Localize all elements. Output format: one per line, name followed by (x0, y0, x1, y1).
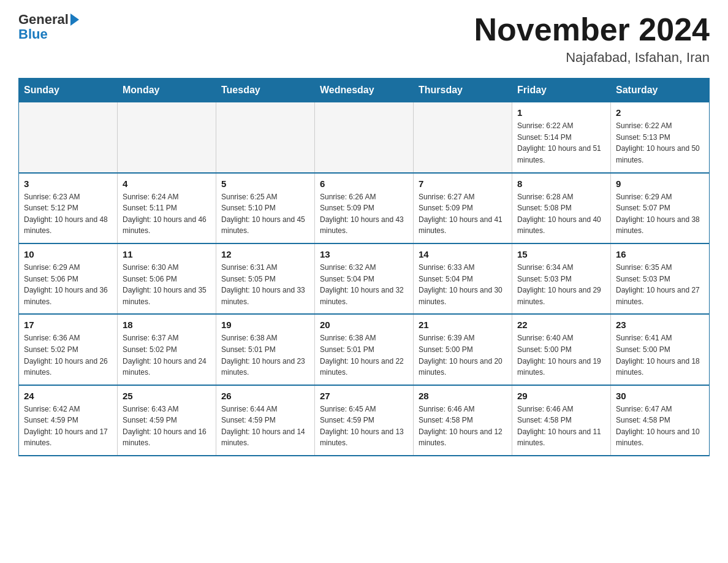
calendar-table: SundayMondayTuesdayWednesdayThursdayFrid… (18, 78, 710, 456)
calendar-week-row: 17Sunrise: 6:36 AMSunset: 5:02 PMDayligh… (19, 314, 710, 385)
day-number: 30 (616, 391, 704, 401)
day-info: Sunrise: 6:29 AMSunset: 5:07 PMDaylight:… (616, 191, 704, 237)
day-info: Sunrise: 6:46 AMSunset: 4:58 PMDaylight:… (419, 404, 507, 449)
day-number: 11 (123, 249, 211, 259)
day-info: Sunrise: 6:27 AMSunset: 5:09 PMDaylight:… (419, 191, 507, 237)
day-number: 5 (221, 178, 309, 189)
col-header-saturday: Saturday (611, 79, 710, 102)
day-number: 28 (419, 391, 507, 401)
day-number: 20 (320, 320, 408, 330)
day-number: 14 (419, 249, 507, 259)
header-right: November 2024 Najafabad, Isfahan, Iran (474, 12, 710, 66)
col-header-friday: Friday (512, 79, 611, 102)
calendar-cell: 15Sunrise: 6:34 AMSunset: 5:03 PMDayligh… (512, 243, 611, 314)
calendar-cell: 6Sunrise: 6:26 AMSunset: 5:09 PMDaylight… (315, 173, 414, 243)
day-number: 1 (517, 107, 605, 118)
calendar-week-row: 1Sunrise: 6:22 AMSunset: 5:14 PMDaylight… (19, 102, 710, 173)
calendar-cell: 12Sunrise: 6:31 AMSunset: 5:05 PMDayligh… (216, 243, 315, 314)
day-info: Sunrise: 6:23 AMSunset: 5:12 PMDaylight:… (24, 191, 112, 237)
day-info: Sunrise: 6:40 AMSunset: 5:00 PMDaylight:… (517, 332, 605, 378)
day-number: 19 (221, 320, 309, 330)
day-number: 10 (24, 249, 112, 259)
calendar-cell: 9Sunrise: 6:29 AMSunset: 5:07 PMDaylight… (611, 173, 710, 243)
calendar-cell: 30Sunrise: 6:47 AMSunset: 4:58 PMDayligh… (611, 385, 710, 456)
col-header-sunday: Sunday (19, 79, 118, 102)
day-number: 27 (320, 391, 408, 401)
calendar-cell (19, 102, 118, 173)
day-info: Sunrise: 6:30 AMSunset: 5:06 PMDaylight:… (123, 262, 211, 307)
day-number: 4 (123, 178, 211, 189)
calendar-week-row: 10Sunrise: 6:29 AMSunset: 5:06 PMDayligh… (19, 243, 710, 314)
calendar-cell: 14Sunrise: 6:33 AMSunset: 5:04 PMDayligh… (414, 243, 512, 314)
logo: General Blue (18, 12, 79, 42)
calendar-cell: 28Sunrise: 6:46 AMSunset: 4:58 PMDayligh… (414, 385, 512, 456)
day-number: 15 (517, 249, 605, 259)
day-number: 2 (616, 107, 704, 118)
day-info: Sunrise: 6:42 AMSunset: 4:59 PMDaylight:… (24, 404, 112, 449)
calendar-cell: 20Sunrise: 6:38 AMSunset: 5:01 PMDayligh… (315, 314, 414, 385)
day-info: Sunrise: 6:24 AMSunset: 5:11 PMDaylight:… (123, 191, 211, 237)
day-info: Sunrise: 6:26 AMSunset: 5:09 PMDaylight:… (320, 191, 408, 237)
calendar-week-row: 3Sunrise: 6:23 AMSunset: 5:12 PMDaylight… (19, 173, 710, 243)
calendar-cell: 3Sunrise: 6:23 AMSunset: 5:12 PMDaylight… (19, 173, 118, 243)
day-info: Sunrise: 6:38 AMSunset: 5:01 PMDaylight:… (320, 332, 408, 378)
day-info: Sunrise: 6:44 AMSunset: 4:59 PMDaylight:… (221, 404, 309, 449)
logo-blue: Blue (18, 26, 48, 42)
day-info: Sunrise: 6:37 AMSunset: 5:02 PMDaylight:… (123, 332, 211, 378)
logo-triangle-icon (70, 13, 79, 26)
calendar-cell (315, 102, 414, 173)
calendar-cell (216, 102, 315, 173)
calendar-cell: 24Sunrise: 6:42 AMSunset: 4:59 PMDayligh… (19, 385, 118, 456)
calendar-cell: 29Sunrise: 6:46 AMSunset: 4:58 PMDayligh… (512, 385, 611, 456)
day-info: Sunrise: 6:47 AMSunset: 4:58 PMDaylight:… (616, 404, 704, 449)
calendar-cell (414, 102, 512, 173)
day-info: Sunrise: 6:45 AMSunset: 4:59 PMDaylight:… (320, 404, 408, 449)
day-number: 21 (419, 320, 507, 330)
day-number: 9 (616, 178, 704, 189)
day-number: 17 (24, 320, 112, 330)
day-number: 26 (221, 391, 309, 401)
calendar-cell: 22Sunrise: 6:40 AMSunset: 5:00 PMDayligh… (512, 314, 611, 385)
calendar-cell: 23Sunrise: 6:41 AMSunset: 5:00 PMDayligh… (611, 314, 710, 385)
day-number: 22 (517, 320, 605, 330)
day-info: Sunrise: 6:41 AMSunset: 5:00 PMDaylight:… (616, 332, 704, 378)
calendar-cell: 10Sunrise: 6:29 AMSunset: 5:06 PMDayligh… (19, 243, 118, 314)
day-info: Sunrise: 6:28 AMSunset: 5:08 PMDaylight:… (517, 191, 605, 237)
day-info: Sunrise: 6:46 AMSunset: 4:58 PMDaylight:… (517, 404, 605, 449)
calendar-cell: 26Sunrise: 6:44 AMSunset: 4:59 PMDayligh… (216, 385, 315, 456)
calendar-cell (118, 102, 216, 173)
day-info: Sunrise: 6:22 AMSunset: 5:13 PMDaylight:… (616, 120, 704, 166)
day-info: Sunrise: 6:22 AMSunset: 5:14 PMDaylight:… (517, 120, 605, 166)
day-info: Sunrise: 6:31 AMSunset: 5:05 PMDaylight:… (221, 262, 309, 307)
day-info: Sunrise: 6:43 AMSunset: 4:59 PMDaylight:… (123, 404, 211, 449)
calendar-cell: 4Sunrise: 6:24 AMSunset: 5:11 PMDaylight… (118, 173, 216, 243)
col-header-wednesday: Wednesday (315, 79, 414, 102)
calendar-cell: 25Sunrise: 6:43 AMSunset: 4:59 PMDayligh… (118, 385, 216, 456)
calendar-cell: 11Sunrise: 6:30 AMSunset: 5:06 PMDayligh… (118, 243, 216, 314)
day-info: Sunrise: 6:25 AMSunset: 5:10 PMDaylight:… (221, 191, 309, 237)
col-header-tuesday: Tuesday (216, 79, 315, 102)
calendar-cell: 21Sunrise: 6:39 AMSunset: 5:00 PMDayligh… (414, 314, 512, 385)
day-number: 25 (123, 391, 211, 401)
day-number: 8 (517, 178, 605, 189)
month-year-title: November 2024 (474, 12, 710, 47)
calendar-header-row: SundayMondayTuesdayWednesdayThursdayFrid… (19, 79, 710, 102)
day-number: 3 (24, 178, 112, 189)
day-number: 12 (221, 249, 309, 259)
day-number: 24 (24, 391, 112, 401)
day-number: 13 (320, 249, 408, 259)
col-header-monday: Monday (118, 79, 216, 102)
day-info: Sunrise: 6:38 AMSunset: 5:01 PMDaylight:… (221, 332, 309, 378)
day-info: Sunrise: 6:39 AMSunset: 5:00 PMDaylight:… (419, 332, 507, 378)
calendar-week-row: 24Sunrise: 6:42 AMSunset: 4:59 PMDayligh… (19, 385, 710, 456)
day-number: 29 (517, 391, 605, 401)
calendar-cell: 7Sunrise: 6:27 AMSunset: 5:09 PMDaylight… (414, 173, 512, 243)
day-number: 6 (320, 178, 408, 189)
calendar-cell: 1Sunrise: 6:22 AMSunset: 5:14 PMDaylight… (512, 102, 611, 173)
calendar-cell: 18Sunrise: 6:37 AMSunset: 5:02 PMDayligh… (118, 314, 216, 385)
col-header-thursday: Thursday (414, 79, 512, 102)
day-number: 16 (616, 249, 704, 259)
calendar-cell: 2Sunrise: 6:22 AMSunset: 5:13 PMDaylight… (611, 102, 710, 173)
calendar-cell: 5Sunrise: 6:25 AMSunset: 5:10 PMDaylight… (216, 173, 315, 243)
page-header: General Blue November 2024 Najafabad, Is… (18, 12, 710, 66)
